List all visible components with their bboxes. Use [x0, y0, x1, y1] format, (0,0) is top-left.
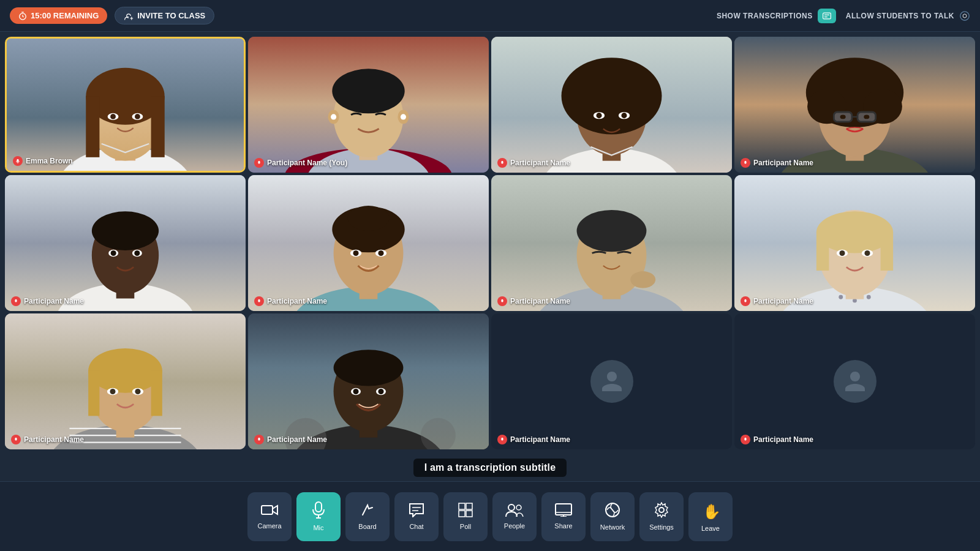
svg-point-24 — [331, 114, 336, 119]
mic-off-6 — [254, 296, 264, 306]
svg-point-76 — [630, 271, 655, 288]
board-label: Board — [358, 523, 376, 530]
face-svg-3 — [491, 37, 732, 173]
participant-name-5: Participant Name — [24, 297, 84, 305]
board-icon — [360, 503, 375, 520]
face-svg-7 — [491, 175, 732, 311]
name-label-6: Participant Name — [254, 296, 327, 306]
show-transcriptions-button[interactable]: SHOW TRANSCRIPTIONS — [717, 9, 836, 23]
network-icon — [605, 502, 620, 520]
name-label-5: Participant Name — [11, 296, 84, 306]
participant-name-7: Participant Name — [510, 297, 570, 305]
svg-rect-107 — [15, 438, 17, 441]
avatar-placeholder-12 — [834, 360, 876, 403]
avatar-placeholder-11 — [590, 360, 633, 403]
camera-label: Camera — [257, 522, 281, 530]
svg-point-133 — [516, 505, 521, 510]
participant-name-4: Participant Name — [753, 159, 813, 167]
participant-video-7 — [491, 175, 732, 311]
leave-button[interactable]: ✋ Leave — [688, 492, 733, 541]
svg-rect-121 — [744, 438, 746, 441]
face-svg-5 — [5, 175, 246, 311]
svg-rect-119 — [258, 438, 260, 441]
timer-button[interactable]: 15:00 REMAINING — [10, 7, 107, 24]
mic-off-2 — [254, 158, 264, 168]
svg-point-80 — [839, 295, 843, 299]
mic-off-11 — [497, 435, 507, 444]
poll-button[interactable]: Poll — [443, 492, 488, 541]
leave-svg: ✋ — [701, 501, 720, 519]
svg-point-104 — [110, 389, 115, 394]
network-svg — [605, 502, 620, 518]
participant-name-6: Participant Name — [267, 297, 327, 305]
poll-svg — [458, 503, 473, 517]
topbar: 15:00 REMAINING INVITE TO CLASS SHOW TRA… — [0, 0, 980, 32]
svg-point-13 — [135, 114, 140, 119]
video-grid: Emma Brown — [0, 32, 980, 454]
chat-icon — [409, 503, 424, 520]
svg-point-67 — [353, 250, 358, 256]
participant-video-12 — [734, 313, 975, 449]
camera-button[interactable]: Camera — [247, 492, 292, 541]
svg-rect-131 — [466, 511, 472, 517]
participant-cell-7[interactable]: Participant Name — [491, 175, 732, 311]
svg-rect-134 — [556, 504, 571, 515]
camera-svg — [261, 503, 278, 517]
svg-rect-130 — [459, 511, 465, 517]
participant-cell-9[interactable]: Participant Name — [5, 313, 246, 449]
participant-cell-10[interactable]: Participant Name — [248, 313, 489, 449]
participant-cell-12[interactable]: Participant Name — [734, 313, 975, 449]
participant-cell-4[interactable]: Participant Name — [734, 37, 975, 173]
participant-cell-1[interactable]: Emma Brown — [5, 37, 246, 173]
svg-point-132 — [508, 504, 514, 511]
svg-point-91 — [864, 250, 870, 256]
subtitle-text: I am a transcription subtitle — [413, 459, 567, 477]
participant-video-10 — [248, 313, 489, 449]
name-label-10: Participant Name — [254, 435, 327, 444]
person-icon-11 — [600, 369, 624, 394]
svg-point-65 — [347, 206, 389, 231]
participant-video-1 — [7, 39, 244, 171]
mic-off-7 — [497, 296, 507, 306]
settings-svg — [654, 502, 669, 518]
svg-rect-122 — [262, 506, 273, 514]
mic-off-4 — [741, 158, 750, 168]
svg-point-82 — [867, 295, 871, 299]
participant-cell-2[interactable]: Participant Name (You) — [248, 37, 489, 173]
mic-off-5 — [11, 296, 21, 306]
svg-point-48 — [864, 115, 869, 119]
participant-video-6 — [248, 175, 489, 311]
participant-cell-6[interactable]: Participant Name — [248, 175, 489, 311]
mic-button[interactable]: Mic — [296, 492, 341, 541]
face-svg-1 — [7, 39, 244, 171]
participant-cell-5[interactable]: Participant Name — [5, 175, 246, 311]
name-label-8: Participant Name — [741, 296, 813, 306]
mic-off-8 — [741, 296, 750, 306]
board-button[interactable]: Board — [345, 492, 390, 541]
svg-rect-36 — [501, 161, 503, 164]
network-label: Network — [600, 523, 625, 531]
participant-cell-8[interactable]: Participant Name — [734, 175, 975, 311]
person-icon-12 — [843, 369, 867, 394]
allow-students-button[interactable]: ALLOW STUDENTS TO TALK — [846, 10, 970, 21]
svg-rect-86 — [816, 232, 829, 271]
leave-label: Leave — [701, 525, 720, 532]
invite-button[interactable]: INVITE TO CLASS — [115, 7, 214, 24]
svg-rect-59 — [15, 299, 17, 302]
participant-name-10: Participant Name — [267, 435, 327, 444]
mic-off-3 — [497, 158, 507, 168]
chat-button[interactable]: Chat — [394, 492, 439, 541]
svg-point-106 — [135, 389, 140, 394]
name-label-3: Participant Name — [497, 158, 570, 168]
svg-rect-120 — [501, 438, 503, 441]
svg-rect-14 — [17, 159, 18, 162]
participant-cell-3[interactable]: Participant Name — [491, 37, 732, 173]
name-label-4: Participant Name — [741, 158, 813, 168]
people-button[interactable]: People — [492, 492, 537, 541]
timer-label: 15:00 REMAINING — [31, 11, 99, 20]
network-button[interactable]: Network — [590, 492, 635, 541]
svg-rect-1 — [823, 13, 831, 19]
settings-button[interactable]: Settings — [639, 492, 684, 541]
share-button[interactable]: Share — [541, 492, 586, 541]
participant-cell-11[interactable]: Participant Name — [491, 313, 732, 449]
